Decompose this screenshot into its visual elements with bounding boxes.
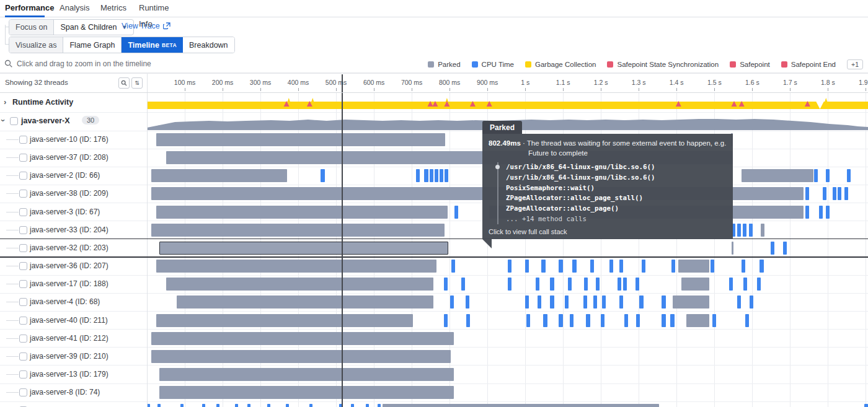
thread-row[interactable]: java-server-3 (ID: 67) [0,203,147,221]
thread-row[interactable]: java-server-17 (ID: 188) [0,275,147,293]
thread-checkbox[interactable] [19,154,27,162]
timeline-span[interactable] [750,295,753,309]
thread-search-button[interactable] [118,77,130,89]
timeline-span[interactable] [662,314,665,327]
timeline-span[interactable] [466,314,470,327]
thread-sort-button[interactable]: ⇅ [131,77,143,89]
thread-row[interactable]: java-server-13 (ID: 179) [0,365,147,383]
timeline-span[interactable] [202,404,205,407]
timeline-span[interactable] [151,350,451,363]
timeline-span[interactable] [757,278,761,291]
timeline-span[interactable] [454,206,458,219]
timeline-span[interactable] [596,278,600,291]
timeline-span[interactable] [743,224,746,237]
timeline-span[interactable] [466,295,469,309]
timeline-span[interactable] [619,260,623,273]
timeline-span[interactable] [286,404,289,407]
timeline-span[interactable] [602,295,606,309]
timeline-span[interactable] [771,242,774,255]
legend-more-badge[interactable]: +1 [847,59,863,69]
timeline-span[interactable] [737,295,741,309]
thread-checkbox[interactable] [19,370,27,379]
timeline-span[interactable] [550,295,554,309]
thread-row[interactable]: java-server-33 (ID: 204) [0,221,147,239]
thread-row[interactable]: java-server-36 (ID: 207) [0,257,147,275]
timeline-span[interactable] [678,260,709,273]
thread-row[interactable]: java-server-40 (ID: 211) [0,312,147,330]
thread-checkbox[interactable] [19,352,27,361]
timeline-span[interactable] [159,368,454,381]
timeline-span[interactable] [526,314,530,327]
tooltip-footer[interactable]: Click to view full call stack [489,228,727,235]
timeline-span[interactable] [732,242,733,255]
thread-checkbox[interactable] [19,226,27,234]
timeline-span[interactable] [686,314,709,327]
timeline-span[interactable] [247,404,250,407]
timeline-span[interactable] [151,224,445,237]
timeline-span[interactable] [662,295,665,309]
timeline-span[interactable] [819,206,823,219]
timeline-span[interactable] [814,169,818,182]
thread-checkbox[interactable] [19,136,27,144]
timeline-span[interactable] [216,404,219,407]
timeline-span[interactable] [156,133,445,146]
timeline-span[interactable] [761,224,764,237]
timeline-span[interactable] [601,314,604,327]
hovered-span[interactable] [159,242,448,255]
timeline-span[interactable] [151,169,288,182]
timeline-span[interactable] [844,187,848,200]
timeline-span[interactable] [435,169,438,182]
timeline-span[interactable] [805,187,809,200]
timeline-span[interactable] [568,278,572,291]
timeline-span[interactable] [525,295,529,309]
timeline-span[interactable] [157,404,161,407]
timeline-span[interactable] [760,260,763,273]
timeline-span[interactable] [583,295,587,309]
timeline-span[interactable] [267,404,270,407]
timeline-span[interactable] [440,169,443,182]
timeline-span[interactable] [156,206,448,219]
tab-metrics[interactable]: Metrics [100,0,126,17]
timeline-span[interactable] [729,278,733,291]
timeline-span[interactable] [609,260,613,273]
timeline-span[interactable] [450,295,454,309]
timeline-span[interactable] [445,169,448,182]
tab-performance[interactable]: Performance [5,0,45,17]
timeline-span[interactable] [321,169,325,182]
timeline-span[interactable] [711,260,714,273]
timeline-span[interactable] [681,278,709,291]
timeline-span[interactable] [593,295,597,309]
timeline-span[interactable] [743,278,747,291]
thread-checkbox[interactable] [19,280,27,288]
legend-item-safepoint-end[interactable]: Safepoint End [781,61,836,68]
timeline-span[interactable] [565,295,569,309]
timeline-span[interactable] [416,169,420,182]
timeline-span[interactable] [670,314,674,327]
thread-group-row[interactable]: › java-server-X 30 [0,112,147,130]
timeline-span[interactable] [508,278,512,291]
timeline-span[interactable] [180,404,184,407]
timeline-span[interactable] [166,278,433,291]
timeline-span[interactable] [541,260,545,273]
timeline-span[interactable] [636,278,639,291]
thread-row[interactable]: java-server-39 (ID: 210) [0,348,147,365]
timeline-span[interactable] [177,295,433,309]
thread-checkbox[interactable] [19,335,27,343]
timeline-span[interactable] [742,260,745,273]
legend-item-safepoint-state-synchronization[interactable]: Safepoint State Synchronization [607,61,719,68]
timeline-span[interactable] [559,314,562,327]
thread-checkbox[interactable] [19,172,27,180]
timeline-span[interactable] [639,295,643,309]
thread-checkbox[interactable] [19,190,27,198]
thread-row[interactable]: java-server-32 (ID: 203) [0,239,147,257]
span-tooltip[interactable]: Parked 802.49ms · The thread was waiting… [482,121,733,239]
timeline-span[interactable] [430,169,433,182]
timeline-span[interactable] [826,206,830,219]
timeline-span[interactable] [156,314,413,327]
runtime-activity-row[interactable]: › Runtime Activity [0,93,147,112]
timeline-span[interactable] [864,404,868,407]
timeline-span[interactable] [525,260,529,273]
visualize-flame-graph-button[interactable]: Flame Graph [63,37,122,53]
timeline-span[interactable] [538,295,541,309]
timeline-span[interactable] [673,295,710,309]
